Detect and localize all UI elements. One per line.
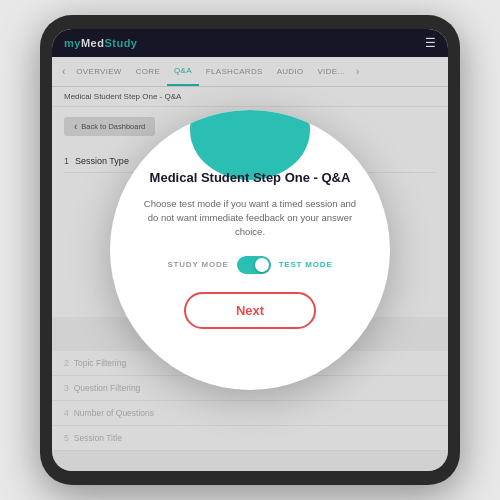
overlay-title: Medical Student Step One - Q&A [150,170,351,187]
overlay-test-label: TEST MODE [279,260,333,269]
overlay-description: Choose test mode if you want a timed ses… [138,197,362,240]
overlay-backdrop: Medical Student Step One - Q&A Choose te… [52,29,448,471]
tablet-device: myMedStudy ☰ ‹ OVERVIEW CORE Q&A FLASHCA… [40,15,460,485]
overlay-toggle-thumb [255,258,269,272]
tablet-screen: myMedStudy ☰ ‹ OVERVIEW CORE Q&A FLASHCA… [52,29,448,471]
overlay-content: Medical Student Step One - Q&A Choose te… [110,110,390,349]
next-button[interactable]: Next [184,292,316,329]
overlay-study-label: STUDY MODE [167,260,228,269]
overlay-modal: Medical Student Step One - Q&A Choose te… [110,110,390,390]
overlay-mode-toggle[interactable] [237,256,271,274]
overlay-toggle-row: STUDY MODE TEST MODE [167,256,332,274]
